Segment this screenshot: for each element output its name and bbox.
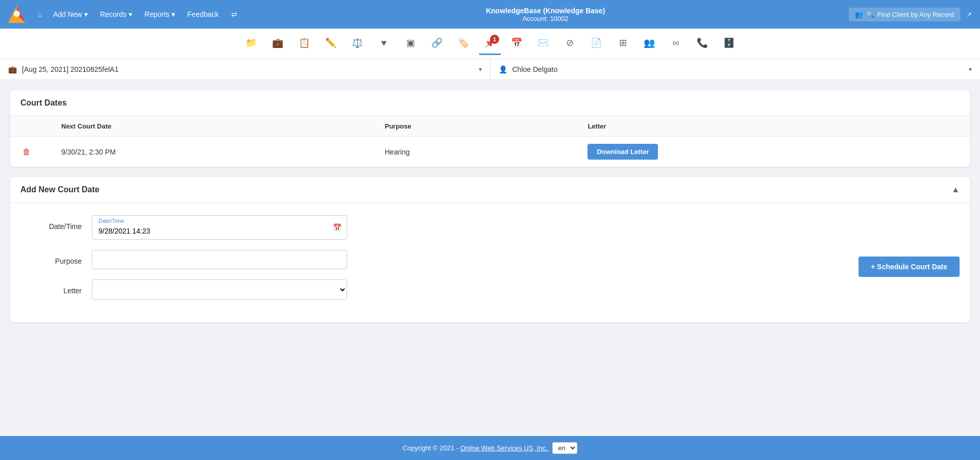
nav-icon-edit[interactable]: ✏️ (320, 33, 342, 55)
schedule-court-date-button[interactable]: + Schedule Court Date (859, 257, 960, 277)
reports-chevron-icon: ▾ (172, 10, 175, 18)
person-chevron-icon: ▾ (969, 66, 972, 73)
person-icon: 👤 (499, 65, 507, 73)
calendar-picker-icon[interactable]: 📅 (333, 223, 341, 232)
account-id: Account: 10002 (244, 15, 847, 22)
find-client-search-icon: 🔍 (866, 11, 874, 18)
records-label: Records (100, 10, 127, 18)
pin-badge: 1 (490, 35, 499, 44)
users-icon: 👥 (644, 37, 655, 48)
nav-icon-phone[interactable]: 📞 (691, 33, 714, 55)
date-time-input[interactable] (92, 220, 347, 239)
purpose-input[interactable] (92, 250, 347, 269)
court-dates-table: Next Court Date Purpose Letter 🗑 (10, 116, 970, 167)
nav-icon-calendar[interactable]: 📅 (505, 33, 528, 55)
feedback-label: Feedback (187, 10, 218, 18)
letter-field (92, 279, 347, 300)
delete-court-date-button[interactable]: 🗑 (20, 145, 33, 159)
add-court-date-title: Add New Court Date (20, 185, 100, 194)
nav-icon-tag[interactable]: 🏷️ (452, 33, 475, 55)
nav-right-section: 👥 🔍 Find Client by Any Record ↗ (849, 8, 974, 21)
home-button[interactable]: ⌂ (34, 8, 46, 21)
external-link-button[interactable]: ↗ (964, 9, 974, 20)
reports-label: Reports (144, 10, 169, 18)
nav-icon-infinity[interactable]: ∞ (665, 33, 687, 55)
nav-icon-email[interactable]: ✉️ (532, 33, 554, 55)
nav-icon-pin[interactable]: 📌 1 (479, 33, 501, 55)
download-letter-label: Download Letter (597, 148, 649, 156)
share-icon: ⇄ (231, 10, 237, 18)
nav-icon-tablet[interactable]: ▣ (399, 33, 422, 55)
col-actions-header (10, 116, 51, 137)
letter-select[interactable] (92, 279, 347, 300)
nav-icon-alert[interactable]: ⊘ (558, 33, 581, 55)
nav-icon-scale[interactable]: ⚖️ (346, 33, 369, 55)
person-selector[interactable]: 👤 Chloe Delgato ▾ (491, 59, 981, 80)
nav-icon-table[interactable]: ⊞ (611, 33, 634, 55)
col-purpose-header: Purpose (375, 116, 578, 137)
date-time-row: Date/Time Date/Time 📅 (20, 215, 838, 240)
court-purpose-value: Hearing (385, 148, 410, 156)
table-icon: ⊞ (619, 37, 627, 48)
reports-button[interactable]: Reports ▾ (139, 7, 180, 21)
purpose-row: Purpose (20, 250, 838, 269)
nav-icon-link[interactable]: 🔗 (426, 33, 448, 55)
row-letter-cell: Download Letter (577, 137, 970, 167)
icon-navigation: 📁 💼 📋 ✏️ ⚖️ ♥ ▣ 🔗 🏷️ 📌 1 📅 ✉️ ⊘ 📄 ⊞ 👥 (0, 29, 980, 59)
nav-icon-users[interactable]: 👥 (638, 33, 660, 55)
row-actions-cell: 🗑 (10, 137, 51, 167)
add-new-chevron-icon: ▾ (84, 10, 88, 18)
scale-icon: ⚖️ (352, 37, 363, 48)
find-client-button[interactable]: 👥 🔍 Find Client by Any Record (849, 8, 960, 21)
footer-company-name: Online Web Services US, Inc. (460, 444, 548, 452)
folder-icon: 📁 (246, 37, 257, 48)
form-actions: + Schedule Court Date (859, 215, 960, 310)
nav-icon-notes[interactable]: 📋 (293, 33, 315, 55)
person-label: Chloe Delgato (512, 65, 964, 73)
court-dates-header: Court Dates (10, 90, 970, 116)
alert-icon: ⊘ (566, 37, 574, 48)
edit-icon: ✏️ (325, 37, 336, 48)
case-selector[interactable]: 💼 [Aug 25, 2021] 20210825felA1 ▾ (0, 59, 491, 80)
notes-icon: 📋 (299, 37, 310, 48)
purpose-label: Purpose (20, 250, 82, 265)
case-chevron-icon: ▾ (479, 66, 482, 73)
add-new-button[interactable]: Add New ▾ (48, 7, 93, 21)
col-letter-header: Letter (577, 116, 970, 137)
letter-label: Letter (20, 279, 82, 295)
share-button[interactable]: ⇄ (226, 7, 242, 21)
page-footer: Copyright © 2021 - Online Web Services U… (0, 436, 980, 460)
heart-icon: ♥ (381, 38, 387, 48)
footer-company-link[interactable]: Online Web Services US, Inc. (460, 444, 550, 452)
svg-point-2 (14, 11, 20, 17)
infinity-icon: ∞ (673, 38, 679, 48)
find-client-label: Find Client by Any Record (877, 11, 954, 18)
selector-row: 💼 [Aug 25, 2021] 20210825felA1 ▾ 👤 Chloe… (0, 59, 980, 80)
top-navigation: ⌂ Add New ▾ Records ▾ Reports ▾ Feedback… (0, 0, 980, 29)
account-name: KnowledgeBase (Knowledge Base) (244, 7, 847, 15)
download-letter-button[interactable]: Download Letter (587, 144, 658, 160)
nav-icon-briefcase[interactable]: 💼 (266, 33, 289, 55)
purpose-field (92, 250, 347, 269)
row-date-cell: 9/30/21, 2:30 PM (51, 137, 375, 167)
feedback-button[interactable]: Feedback (182, 7, 224, 21)
nav-icon-folder[interactable]: 📁 (240, 33, 262, 55)
nav-icon-archive[interactable]: 🗄️ (718, 33, 740, 55)
briefcase-icon: 💼 (272, 37, 283, 48)
form-content: Date/Time Date/Time 📅 Purpose (20, 215, 960, 310)
nav-icon-heart[interactable]: ♥ (373, 33, 395, 55)
court-date-value: 9/30/21, 2:30 PM (61, 148, 116, 156)
tag-icon: 🏷️ (458, 37, 469, 48)
email-icon: ✉️ (537, 37, 549, 48)
tablet-icon: ▣ (406, 37, 415, 48)
records-button[interactable]: Records ▾ (95, 7, 137, 21)
date-time-floating-label: Date/Time (99, 218, 124, 224)
court-dates-card: Court Dates Next Court Date Purpose Lett… (10, 90, 970, 167)
add-new-label: Add New (53, 10, 82, 18)
phone-icon: 📞 (697, 37, 708, 48)
language-selector[interactable]: en es (552, 442, 577, 454)
collapse-form-button[interactable]: ▲ (951, 185, 960, 194)
date-time-input-wrapper: Date/Time 📅 (92, 215, 347, 240)
account-info: KnowledgeBase (Knowledge Base) Account: … (244, 7, 847, 22)
nav-icon-document[interactable]: 📄 (585, 33, 607, 55)
